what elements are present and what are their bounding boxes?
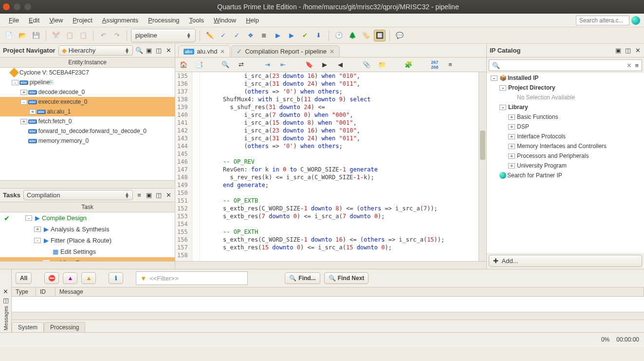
project-dropdown[interactable]: pipeline ▲▼ [131, 29, 196, 42]
msg-tab-system[interactable]: System [12, 322, 44, 332]
outdent-icon[interactable]: ⇤ [277, 59, 288, 70]
msg-all-button[interactable]: All [16, 272, 32, 284]
msg-error-button[interactable]: ⛔ [44, 272, 59, 284]
msg-tab-processing[interactable]: Processing [44, 322, 85, 332]
window-close-button[interactable] [3, 3, 10, 10]
help-search-input[interactable] [576, 16, 629, 25]
menu-view[interactable]: View [44, 15, 68, 26]
check-button[interactable]: ✓ [218, 30, 229, 41]
menu-edit[interactable]: Edit [24, 15, 44, 26]
menu-project[interactable]: Project [68, 15, 97, 26]
ip-max-icon[interactable]: ▣ [615, 47, 622, 54]
ip-tree-item[interactable]: -📦 Installed IP [487, 73, 644, 83]
replace-icon[interactable]: ⇄ [236, 59, 246, 70]
task-item[interactable]: ✔-▶ Compile Design [0, 212, 175, 224]
task-item[interactable]: ▦ View Report [0, 257, 175, 261]
bookmark-next-icon[interactable]: ▶ [319, 59, 330, 70]
window-maximize-button[interactable] [24, 3, 31, 10]
open-file-button[interactable]: 📂 [17, 30, 28, 41]
menu-processing[interactable]: Processing [143, 15, 184, 26]
tree-item[interactable]: +abcdecode:decode_0 [0, 87, 175, 97]
task-item[interactable]: ▦ Edit Settings [0, 246, 175, 257]
synth-button[interactable]: ❖ [245, 30, 257, 41]
diff-icon[interactable]: 🧩 [403, 59, 414, 70]
msg-col-type[interactable]: Type [12, 287, 36, 296]
menu-window[interactable]: Window [209, 15, 241, 26]
editor-hscroll[interactable] [175, 261, 486, 269]
menu-help[interactable]: Help [241, 15, 264, 26]
undo-button[interactable]: ↶ [97, 30, 109, 41]
hierarchy-dropdown[interactable]: ◆ Hierarchy ▲▼ [58, 45, 133, 56]
msg-col-message[interactable]: Message [55, 287, 644, 296]
prog-button[interactable]: ⬇ [313, 30, 325, 41]
menu-assignments[interactable]: Assignments [97, 15, 143, 26]
compile2-button[interactable]: ▶ [286, 30, 297, 41]
msg-dock-icon[interactable]: ◫ [2, 297, 9, 304]
stop-button[interactable]: ⏹ [258, 30, 270, 41]
close-icon[interactable]: ✕ [330, 48, 334, 55]
close-panel-icon[interactable]: ✕ [165, 47, 172, 54]
bookmark-prev-icon[interactable]: ◀ [335, 59, 346, 70]
line-num-icon[interactable]: 267268 [429, 59, 440, 70]
code-editor[interactable]: 135 136 137 138 139 140 141 142 143 144 … [175, 72, 486, 261]
tree-item[interactable]: abcmemory:memory_0 [0, 136, 175, 146]
wrap-icon[interactable]: ≡ [445, 59, 456, 70]
tasks-max-icon[interactable]: ▣ [146, 192, 152, 199]
task-item[interactable]: +▶ Analysis & Synthesis [0, 224, 175, 235]
indent-icon[interactable]: ⇥ [262, 59, 273, 70]
analyze-button[interactable]: ✓ [231, 30, 243, 41]
tree-item[interactable]: -abcpipeline ⎘ [0, 77, 175, 87]
close-icon[interactable]: ✕ [220, 48, 225, 55]
cut-button[interactable]: ✂️ [50, 30, 62, 41]
hscroll[interactable] [0, 180, 175, 188]
search-icon[interactable]: 🔍 [136, 47, 143, 54]
new-file-button[interactable]: 📄 [3, 30, 15, 41]
file-tab[interactable]: ✓Compilation Report - pipeline✕ [231, 45, 340, 57]
bookmark-icon[interactable]: 🔖 [304, 59, 314, 70]
vertical-scrollbar[interactable] [478, 72, 486, 261]
msg-hscroll[interactable] [12, 312, 644, 320]
tasks-tree[interactable]: ✔-▶ Compile Design+▶ Analysis & Synthesi… [0, 212, 175, 261]
ip-tree-item[interactable]: Search for Partner IP [487, 171, 644, 180]
clock-button[interactable]: 🕐 [333, 30, 345, 41]
tree-item[interactable]: +abcalu:alu_1 [0, 107, 175, 116]
find-icon[interactable]: 🔍 [220, 59, 231, 70]
ip-tree-item[interactable]: +Memory Interfaces and Controllers [487, 141, 644, 151]
ip-dock-icon[interactable]: ◫ [625, 47, 631, 54]
nav-fwd-icon[interactable]: 📑 [194, 59, 204, 70]
tasks-hscroll[interactable] [0, 261, 175, 269]
task-item[interactable]: -▶ Fitter (Place & Route) [0, 235, 175, 246]
ip-tree-item[interactable]: +Basic Functions [487, 112, 644, 122]
window-minimize-button[interactable] [14, 3, 20, 10]
tree-item[interactable]: abcforward_to_decode:forward_to_decode_0 [0, 126, 175, 136]
ip-tree-item[interactable]: +Interface Protocols [487, 132, 644, 141]
tree-item[interactable]: -abcexecute:execute_0 [0, 97, 175, 107]
tasks-dropdown[interactable]: Compilation ▲▼ [23, 190, 133, 200]
menu-tools[interactable]: Tools [184, 15, 209, 26]
folder-icon[interactable]: 📁 [377, 59, 387, 70]
ip-tree-item[interactable]: +Processors and Peripherals [487, 151, 644, 161]
msg-close-icon[interactable]: ✕ [2, 288, 9, 295]
tree-item[interactable]: Cyclone V: 5CEBA4F23C7 [0, 68, 175, 77]
ip-tree[interactable]: -📦 Installed IP-Project DirectoryNo Sele… [487, 73, 644, 253]
ip-tree-item[interactable]: +University Program [487, 161, 644, 171]
timing-button[interactable]: ✔ [299, 30, 311, 41]
help-globe-icon[interactable] [631, 16, 640, 25]
ip-search-box[interactable]: 🔍 ✕ ≡ [489, 59, 642, 71]
msg-col-id[interactable]: ID [36, 287, 55, 296]
msg-critical-button[interactable]: ▲ [63, 272, 77, 284]
msg-filter-input[interactable]: ▼ <<Filter>> [136, 271, 248, 285]
menu-file[interactable]: File [4, 15, 24, 26]
paste-button[interactable]: 📋 [77, 30, 89, 41]
attach-icon[interactable]: 📎 [361, 59, 372, 70]
compile-button[interactable]: ▶ [272, 30, 284, 41]
ip-menu-icon[interactable]: ≡ [635, 62, 639, 69]
chat-button[interactable]: 💬 [394, 30, 405, 41]
nav-back-icon[interactable]: 🏠 [178, 59, 189, 70]
tasks-settings-icon[interactable]: ≡ [136, 192, 143, 199]
msg-find-next-button[interactable]: 🔍 Find Next [324, 272, 369, 284]
redo-button[interactable]: ↷ [111, 30, 123, 41]
copy-button[interactable]: 📋 [64, 30, 75, 41]
save-button[interactable]: 💾 [30, 30, 42, 41]
ip-search-input[interactable] [500, 62, 626, 69]
